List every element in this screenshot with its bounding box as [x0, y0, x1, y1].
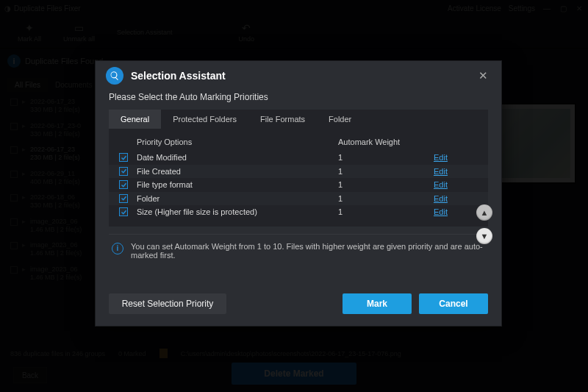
row-weight: 1 — [338, 194, 434, 203]
mark-button[interactable]: Mark — [343, 293, 412, 314]
cancel-button[interactable]: Cancel — [419, 293, 488, 314]
modal-title: Selection Assistant — [131, 70, 226, 82]
col-weight: Automark Weight — [338, 138, 434, 146]
reset-priority-button[interactable]: Reset Selection Priority — [109, 293, 226, 314]
checkbox[interactable] — [119, 167, 128, 176]
row-label: File type format — [137, 180, 338, 189]
table-row: File type format 1 Edit — [109, 178, 488, 192]
selection-assistant-modal: Selection Assistant ✕ Please Select the … — [95, 60, 502, 327]
edit-link[interactable]: Edit — [434, 194, 448, 203]
edit-link[interactable]: Edit — [434, 207, 448, 216]
checkbox[interactable] — [119, 180, 128, 189]
table-row: File Created 1 Edit — [109, 165, 488, 179]
edit-link[interactable]: Edit — [434, 180, 448, 189]
scroll-up-icon[interactable]: ▲ — [476, 204, 492, 221]
row-label: File Created — [137, 167, 338, 176]
table-row: Folder 1 Edit — [109, 192, 488, 206]
magnifier-icon — [106, 67, 123, 85]
note-text: You can set Automark Weight from 1 to 10… — [131, 242, 485, 260]
tab-protected-folders[interactable]: Protected Folders — [161, 110, 248, 129]
scroll-down-icon[interactable]: ▼ — [476, 228, 492, 244]
edit-link[interactable]: Edit — [434, 153, 448, 162]
tab-file-formats[interactable]: File Formats — [248, 110, 317, 129]
row-label: Size (Higher file size is protected) — [137, 207, 338, 216]
edit-link[interactable]: Edit — [434, 167, 448, 176]
modal-subtitle: Please Select the Auto Marking Prioritie… — [96, 90, 501, 110]
priority-table: Priority Options Automark Weight Date Mo… — [109, 129, 488, 227]
row-weight: 1 — [338, 167, 434, 176]
modal-tabs: General Protected Folders File Formats F… — [109, 110, 488, 129]
table-row: Date Modified 1 Edit — [109, 151, 488, 165]
row-weight: 1 — [338, 207, 434, 216]
table-row: Size (Higher file size is protected) 1 E… — [109, 205, 488, 219]
col-priority: Priority Options — [137, 138, 338, 146]
row-label: Date Modified — [137, 153, 338, 162]
checkbox[interactable] — [119, 207, 128, 216]
checkbox[interactable] — [119, 153, 128, 162]
tab-general[interactable]: General — [109, 110, 161, 129]
close-icon[interactable]: ✕ — [476, 68, 491, 84]
checkbox[interactable] — [119, 194, 128, 203]
info-icon: i — [112, 243, 123, 254]
tab-folder[interactable]: Folder — [317, 110, 363, 129]
row-label: Folder — [137, 194, 338, 203]
row-weight: 1 — [338, 153, 434, 162]
row-weight: 1 — [338, 180, 434, 189]
